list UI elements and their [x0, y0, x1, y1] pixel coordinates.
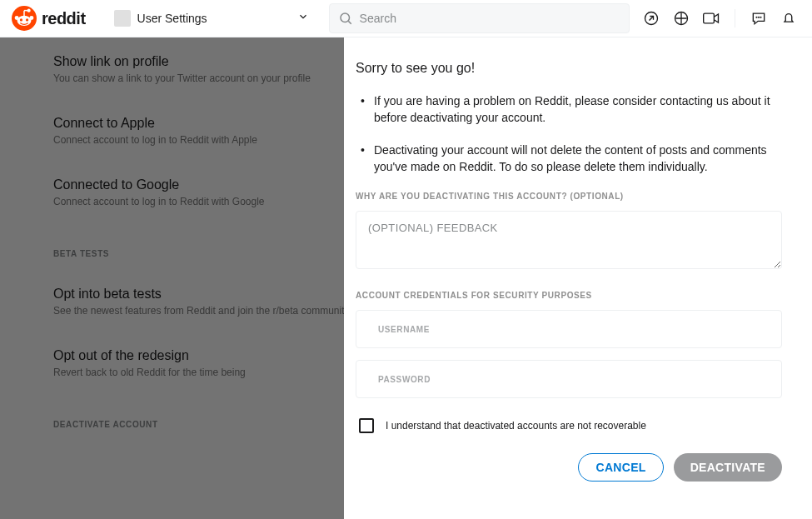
nav-dropdown[interactable]: User Settings [106, 3, 317, 33]
coin-icon[interactable] [671, 8, 691, 28]
reddit-icon [12, 6, 37, 31]
video-icon[interactable] [701, 8, 721, 28]
svg-point-5 [20, 18, 22, 21]
arrow-out-icon[interactable] [641, 8, 661, 28]
confirm-row: I understand that deactivated accounts a… [356, 410, 782, 448]
search-wrap [329, 3, 630, 33]
avatar [114, 10, 131, 27]
svg-point-13 [759, 17, 760, 17]
svg-rect-11 [704, 13, 715, 23]
chevron-down-icon [297, 11, 309, 26]
brand-name: reddit [42, 9, 86, 28]
username-field[interactable] [356, 310, 782, 348]
svg-line-8 [348, 21, 351, 23]
svg-point-6 [26, 18, 28, 21]
feedback-textarea[interactable] [356, 211, 782, 269]
deactivate-button[interactable]: DEACTIVATE [674, 453, 782, 482]
search-icon [338, 11, 353, 26]
understand-label: I understand that deactivated accounts a… [386, 420, 646, 432]
svg-point-7 [341, 13, 350, 22]
svg-point-12 [756, 17, 757, 17]
cancel-button[interactable]: CANCEL [578, 453, 663, 482]
modal-bullet: If you are having a problem on Reddit, p… [356, 92, 782, 127]
header-icons [641, 8, 799, 28]
global-header: reddit User Settings [0, 0, 812, 37]
feedback-label: WHY ARE YOU DEACTIVATING THIS ACCOUNT? (… [356, 192, 782, 201]
modal-bullets: If you are having a problem on Reddit, p… [356, 92, 782, 175]
password-field[interactable] [356, 360, 782, 398]
search-input[interactable] [360, 12, 620, 25]
credentials-label: ACCOUNT CREDENTIALS FOR SECURITY PURPOSE… [356, 291, 782, 300]
reddit-logo[interactable]: reddit [12, 6, 86, 31]
svg-point-2 [15, 16, 19, 20]
nav-label: User Settings [137, 12, 207, 25]
notifications-icon[interactable] [779, 8, 799, 28]
svg-point-14 [760, 17, 761, 17]
search-box[interactable] [329, 3, 630, 33]
chat-icon[interactable] [749, 8, 769, 28]
understand-checkbox[interactable] [359, 418, 374, 433]
modal-bullet: Deactivating your account will not delet… [356, 142, 782, 176]
divider [735, 9, 735, 27]
deactivate-modal: Sorry to see you go! If you are having a… [344, 37, 812, 519]
svg-point-3 [29, 16, 33, 20]
modal-title: Sorry to see you go! [356, 61, 782, 76]
modal-actions: CANCEL DEACTIVATE [356, 448, 782, 482]
